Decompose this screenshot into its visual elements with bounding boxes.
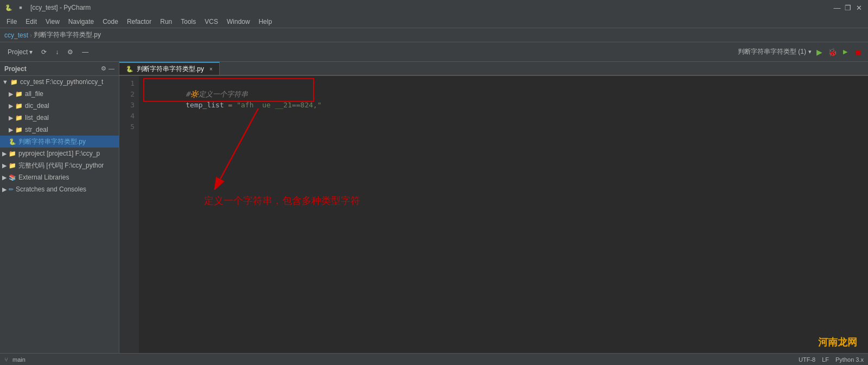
statusbar: ⑂ main UTF-8 LF Python 3.x: [0, 353, 868, 365]
menu-code[interactable]: Code: [98, 15, 123, 28]
sidebar-item-ext-libs[interactable]: ▶ 📚 External Libraries: [0, 171, 119, 183]
sidebar-header: Project ⚙ —: [0, 62, 119, 76]
tab-file-icon: 🐍: [126, 66, 133, 73]
folder-icon-6: 📁: [9, 150, 16, 157]
sidebar-item-label-4: list_deal: [25, 114, 49, 121]
toolbar-left: Project ▾ ⟳ ↓ ⚙ —: [4, 47, 92, 57]
toolbar-hide-btn[interactable]: —: [79, 47, 92, 57]
menu-file[interactable]: File: [2, 15, 21, 28]
sidebar-item-panjuan[interactable]: 🐍 判断字符串字符类型.py: [0, 136, 119, 148]
tab-filename: 判断字符串字符类型.py: [137, 65, 204, 74]
coverage-button[interactable]: ▶: [840, 47, 851, 57]
menu-refactor[interactable]: Refactor: [123, 15, 156, 28]
sidebar-item-all_file[interactable]: ▶ 📁 all_file: [0, 88, 119, 100]
expand-icon-9: ▶: [2, 186, 7, 193]
project-dropdown[interactable]: Project ▾: [4, 47, 36, 57]
menubar: File Edit View Navigate Code Refactor Ru…: [0, 15, 868, 28]
sidebar-item-label-10: Scratches and Consoles: [16, 185, 86, 193]
toolbar: Project ▾ ⟳ ↓ ⚙ — 判断字符串字符类型 (1) ▾ ▶ 🐞 ▶ …: [0, 42, 868, 62]
menu-view[interactable]: View: [41, 15, 64, 28]
sidebar-item-scratches[interactable]: ▶ ✏ Scratches and Consoles: [0, 183, 119, 195]
watermark: 河南龙网: [818, 336, 857, 349]
line-num-2: 2: [119, 89, 135, 100]
sidebar-item-label-5: str_deal: [25, 126, 48, 133]
sidebar-item-dic_deal[interactable]: ▶ 📁 dic_deal: [0, 100, 119, 112]
sidebar-title: Project: [4, 65, 27, 73]
folder-icon-4: 📁: [15, 114, 23, 121]
menu-vcs[interactable]: VCS: [200, 15, 222, 28]
expand-icon-7: ▶: [2, 162, 7, 169]
code-area[interactable]: #🔆定义一个字符串 temp_list = "afh ue __21==824,…: [139, 76, 868, 353]
line-numbers: 1 2 3 4 5: [119, 76, 139, 353]
code-line-3: [143, 100, 864, 111]
maximize-button[interactable]: ❐: [843, 3, 853, 12]
breadcrumb-file[interactable]: 判断字符串字符类型.py: [34, 30, 101, 40]
scratches-icon: ✏: [9, 186, 14, 193]
debug-button[interactable]: 🐞: [827, 47, 838, 57]
sidebar-item-wanzheng[interactable]: ▶ 📁 完整代码 [代码] F:\ccy_pythor: [0, 159, 119, 171]
menu-run[interactable]: Run: [156, 15, 176, 28]
expand-icon-8: ▶: [2, 174, 7, 181]
statusbar-left: ⑂ main: [4, 356, 25, 363]
menu-edit[interactable]: Edit: [21, 15, 41, 28]
menu-window[interactable]: Window: [222, 15, 254, 28]
sidebar-item-list_deal[interactable]: ▶ 📁 list_deal: [0, 112, 119, 124]
run-toolbar: 判断字符串字符类型 (1) ▾ ▶ 🐞 ▶ ◼: [738, 47, 864, 57]
tab-panjuan[interactable]: 🐍 判断字符串字符类型.py ×: [119, 62, 220, 75]
sidebar-item-ccy_test[interactable]: ▼ 📁 ccy_test F:\ccy_python\ccy_t: [0, 76, 119, 88]
python-version: Python 3.x: [835, 356, 864, 363]
toolbar-sync-btn[interactable]: ⟳: [38, 47, 50, 57]
toolbar-collapse-btn[interactable]: ↓: [52, 47, 62, 57]
expand-icon-3: ▶: [9, 103, 13, 110]
folder-icon-2: 📁: [15, 91, 23, 98]
close-button[interactable]: ✕: [854, 3, 864, 12]
folder-icon-7: 📁: [9, 162, 16, 169]
project-dropdown-icon: ▾: [29, 48, 33, 56]
line-num-3: 3: [119, 100, 135, 111]
menu-navigate[interactable]: Navigate: [64, 15, 98, 28]
sidebar-gear-icon[interactable]: ⚙: [101, 65, 106, 72]
menu-file-icon: ■: [16, 3, 25, 12]
sidebar-close-icon[interactable]: —: [108, 65, 114, 72]
code-line-4: [143, 111, 864, 121]
expand-icon-6: ▶: [2, 150, 7, 157]
annotation-text: 定义一个字符串，包含多种类型字符: [204, 195, 360, 206]
encoding-label: UTF-8: [799, 356, 815, 363]
line-num-4: 4: [119, 111, 135, 121]
minimize-button[interactable]: —: [832, 3, 842, 12]
breadcrumb-project[interactable]: ccy_test: [4, 31, 28, 39]
app-icon: 🐍: [4, 3, 13, 12]
sidebar-item-str_deal[interactable]: ▶ 📁 str_deal: [0, 124, 119, 136]
editor-content: 1 2 3 4 5 #🔆定义一个字符串 temp_list = "afh ue …: [119, 76, 868, 353]
line-num-5: 5: [119, 121, 135, 132]
sidebar-item-label-6: 判断字符串字符类型.py: [18, 137, 86, 146]
line-num-1: 1: [119, 78, 135, 89]
tab-close-button[interactable]: ×: [209, 66, 213, 72]
menu-tools[interactable]: Tools: [176, 15, 200, 28]
stop-button[interactable]: ◼: [853, 47, 864, 57]
sidebar-item-label-7: pyproject [project1] F:\ccy_p: [18, 150, 100, 157]
git-icon: ⑂: [4, 356, 8, 363]
sidebar: Project ⚙ — ▼ 📁 ccy_test F:\ccy_python\c…: [0, 62, 119, 353]
statusbar-right: UTF-8 LF Python 3.x: [799, 356, 864, 363]
titlebar-title: [ccy_test] - PyCharm: [30, 4, 91, 11]
sidebar-item-pyproject[interactable]: ▶ 📁 pyproject [project1] F:\ccy_p: [0, 148, 119, 159]
breadcrumb: ccy_test › 判断字符串字符类型.py: [0, 28, 868, 42]
sidebar-item-label-3: dic_deal: [25, 102, 49, 110]
run-config-label: 判断字符串字符类型 (1): [738, 47, 806, 56]
run-button[interactable]: ▶: [814, 47, 825, 57]
breadcrumb-sep1: ›: [30, 31, 32, 39]
sidebar-item-label-8: 完整代码 [代码] F:\ccy_pythor: [18, 161, 104, 170]
folder-icon-5: 📁: [15, 126, 23, 133]
code-line-5: [143, 121, 864, 132]
project-label: Project: [8, 48, 28, 56]
code-line-1: #🔆定义一个字符串: [143, 78, 864, 89]
toolbar-settings-btn[interactable]: ⚙: [64, 47, 76, 57]
expand-icon-2: ▶: [9, 91, 13, 98]
folder-icon: 📁: [10, 79, 18, 86]
editor-panel: 🐍 判断字符串字符类型.py × 1 2 3 4 5 #🔆定义一个字符串: [119, 62, 868, 353]
menu-help[interactable]: Help: [254, 15, 277, 28]
run-config-dropdown[interactable]: ▾: [808, 48, 812, 55]
file-icon: 🐍: [9, 138, 16, 145]
git-branch: main: [12, 356, 25, 363]
